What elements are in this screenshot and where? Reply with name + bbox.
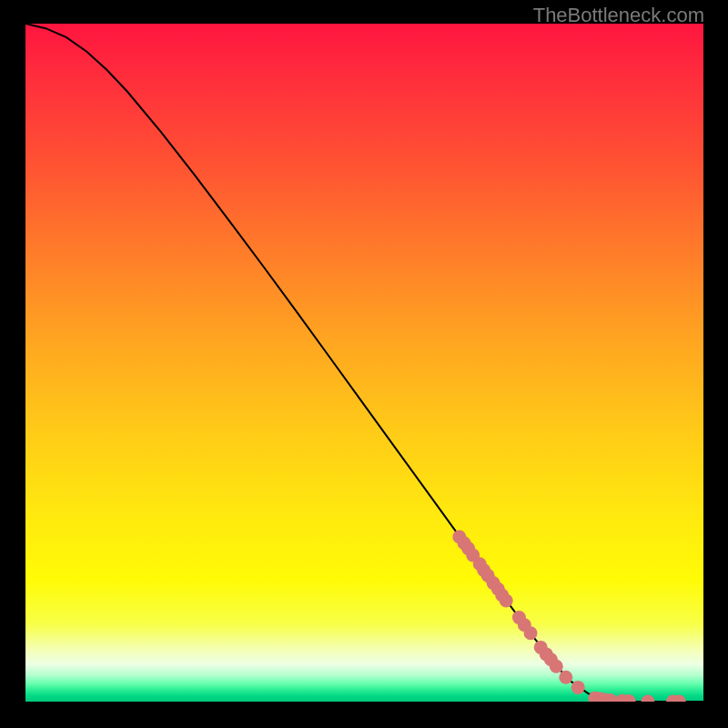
data-point xyxy=(500,594,513,608)
data-point xyxy=(641,695,654,703)
data-point xyxy=(571,681,585,694)
data-point xyxy=(524,626,538,640)
plot-area xyxy=(25,24,703,702)
data-point xyxy=(559,671,572,684)
chart-overlay xyxy=(25,24,703,702)
attribution-text: TheBottleneck.com xyxy=(533,4,704,27)
highlighted-points-group xyxy=(452,531,685,703)
data-point xyxy=(550,660,563,673)
bottleneck-curve xyxy=(25,24,703,702)
